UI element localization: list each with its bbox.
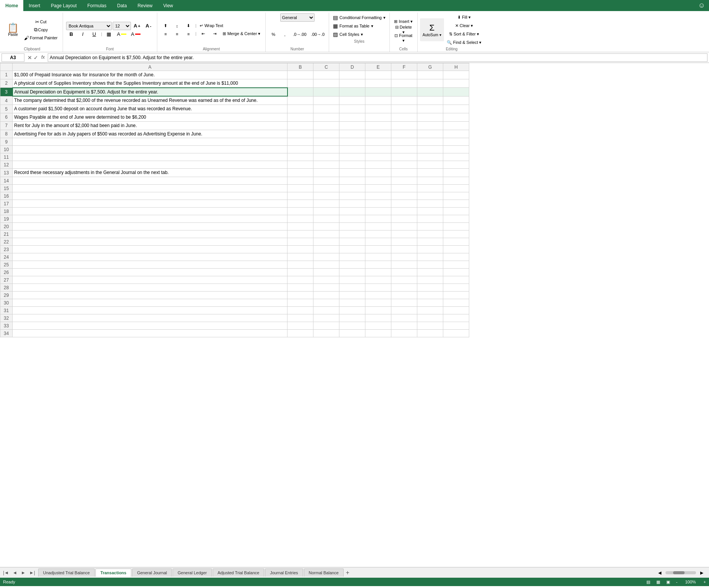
- row-header-25[interactable]: 25: [0, 261, 13, 269]
- bold-button[interactable]: B: [66, 31, 77, 38]
- cell-C19[interactable]: [313, 215, 339, 223]
- cell-H7[interactable]: [443, 121, 469, 130]
- cell-B3[interactable]: [287, 88, 313, 97]
- cell-G22[interactable]: [417, 238, 443, 246]
- cell-D26[interactable]: [339, 269, 365, 276]
- cell-H29[interactable]: [443, 292, 469, 299]
- smiley-icon[interactable]: ☺: [694, 0, 709, 11]
- cell-G32[interactable]: [417, 314, 443, 322]
- cell-D7[interactable]: [339, 121, 365, 130]
- cell-G33[interactable]: [417, 322, 443, 330]
- cell-F2[interactable]: [391, 79, 417, 87]
- cell-D34[interactable]: [339, 330, 365, 337]
- cancel-formula-icon[interactable]: ✕: [27, 55, 32, 61]
- cell-F8[interactable]: [391, 130, 417, 138]
- clear-button[interactable]: ✕ Clear ▾: [445, 22, 484, 29]
- row-header-28[interactable]: 28: [0, 284, 13, 292]
- cell-C18[interactable]: [313, 208, 339, 215]
- cell-C21[interactable]: [313, 230, 339, 238]
- insert-cells-button[interactable]: ⊞ Insert ▾: [392, 18, 415, 25]
- tab-home[interactable]: Home: [0, 0, 23, 11]
- cell-F13[interactable]: [391, 169, 417, 177]
- row-header-22[interactable]: 22: [0, 238, 13, 246]
- col-header-f[interactable]: F: [391, 63, 417, 71]
- format-painter-button[interactable]: 🖌 Format Painter: [22, 34, 60, 42]
- cell-A29[interactable]: [13, 292, 287, 299]
- row-header-4[interactable]: 4: [0, 96, 13, 105]
- cell-B22[interactable]: [287, 238, 313, 246]
- cell-E19[interactable]: [365, 215, 391, 223]
- row-header-9[interactable]: 9: [0, 138, 13, 146]
- underline-button[interactable]: U: [89, 31, 100, 38]
- cell-F17[interactable]: [391, 200, 417, 208]
- cell-G11[interactable]: [417, 153, 443, 161]
- cell-A12[interactable]: [13, 161, 287, 169]
- cell-E18[interactable]: [365, 208, 391, 215]
- cell-G10[interactable]: [417, 146, 443, 153]
- cell-H6[interactable]: [443, 113, 469, 121]
- cell-E33[interactable]: [365, 322, 391, 330]
- row-header-7[interactable]: 7: [0, 121, 13, 130]
- cell-D2[interactable]: [339, 79, 365, 87]
- cell-G25[interactable]: [417, 261, 443, 269]
- font-family-select[interactable]: Book Antiqua Arial Calibri: [66, 22, 112, 30]
- cell-B2[interactable]: [287, 79, 313, 87]
- cell-D10[interactable]: [339, 146, 365, 153]
- row-header-18[interactable]: 18: [0, 208, 13, 215]
- row-header-20[interactable]: 20: [0, 223, 13, 230]
- cell-F18[interactable]: [391, 208, 417, 215]
- cell-G18[interactable]: [417, 208, 443, 215]
- format-cells-button[interactable]: ⊡ Format ▾: [392, 34, 415, 42]
- tab-nav-prev[interactable]: ◄: [11, 569, 19, 576]
- cell-H12[interactable]: [443, 161, 469, 169]
- cell-C3[interactable]: [313, 88, 339, 97]
- cell-B17[interactable]: [287, 200, 313, 208]
- cell-A19[interactable]: [13, 215, 287, 223]
- decrease-indent-button[interactable]: ⇤: [198, 30, 208, 38]
- cell-B6[interactable]: [287, 113, 313, 121]
- cell-F31[interactable]: [391, 307, 417, 314]
- align-top-button[interactable]: ⬆: [160, 22, 171, 30]
- cell-A8[interactable]: Advertising Fee for ads in July papers o…: [13, 130, 287, 138]
- cell-C34[interactable]: [313, 330, 339, 337]
- cell-H27[interactable]: [443, 276, 469, 284]
- cell-F28[interactable]: [391, 284, 417, 292]
- scroll-left-btn[interactable]: ◄: [657, 570, 662, 576]
- cell-C29[interactable]: [313, 292, 339, 299]
- cell-C7[interactable]: [313, 121, 339, 130]
- cell-H8[interactable]: [443, 130, 469, 138]
- cell-B26[interactable]: [287, 269, 313, 276]
- cell-D17[interactable]: [339, 200, 365, 208]
- cell-C17[interactable]: [313, 200, 339, 208]
- cell-A2[interactable]: A physical count of Supplies Inventory s…: [13, 79, 287, 87]
- cell-D13[interactable]: [339, 169, 365, 177]
- cell-G16[interactable]: [417, 192, 443, 200]
- cell-D28[interactable]: [339, 284, 365, 292]
- cell-E11[interactable]: [365, 153, 391, 161]
- cell-F3[interactable]: [391, 88, 417, 97]
- cell-A33[interactable]: [13, 322, 287, 330]
- cell-H31[interactable]: [443, 307, 469, 314]
- cell-G24[interactable]: [417, 253, 443, 261]
- cell-G19[interactable]: [417, 215, 443, 223]
- cell-C14[interactable]: [313, 177, 339, 185]
- cell-H26[interactable]: [443, 269, 469, 276]
- cell-D6[interactable]: [339, 113, 365, 121]
- cell-G14[interactable]: [417, 177, 443, 185]
- cell-E13[interactable]: [365, 169, 391, 177]
- cell-C33[interactable]: [313, 322, 339, 330]
- sheet-tab-5[interactable]: Journal Entries: [265, 569, 303, 577]
- cell-G30[interactable]: [417, 299, 443, 307]
- borders-button[interactable]: ▦: [103, 31, 114, 38]
- cell-C25[interactable]: [313, 261, 339, 269]
- cell-G12[interactable]: [417, 161, 443, 169]
- row-header-30[interactable]: 30: [0, 299, 13, 307]
- row-header-24[interactable]: 24: [0, 253, 13, 261]
- cell-A16[interactable]: [13, 192, 287, 200]
- cell-C20[interactable]: [313, 223, 339, 230]
- row-header-3[interactable]: 3: [0, 88, 13, 97]
- cell-A9[interactable]: [13, 138, 287, 146]
- cell-B15[interactable]: [287, 185, 313, 192]
- cell-E31[interactable]: [365, 307, 391, 314]
- row-header-17[interactable]: 17: [0, 200, 13, 208]
